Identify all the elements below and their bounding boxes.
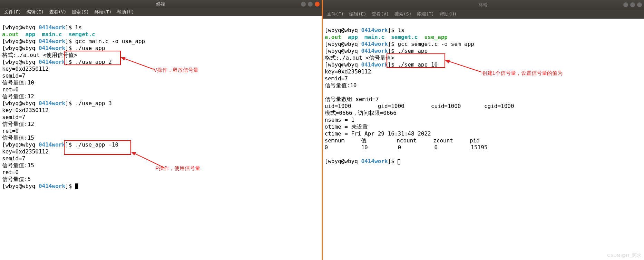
close-button[interactable] bbox=[315, 2, 320, 7]
watermark: CSDN @IT_阿水 bbox=[607, 252, 641, 259]
svg-line-2 bbox=[448, 61, 481, 72]
output: key=0xd2350112 bbox=[2, 107, 49, 113]
menu-terminal[interactable]: 终端(T) bbox=[415, 10, 436, 18]
output: 模式=0666，访问权限=0666 bbox=[325, 110, 397, 116]
output: key=0xd2350112 bbox=[325, 68, 371, 75]
menubar-right: 文件(F) 编辑(E) 查看(V) 搜索(S) 终端(T) 帮助(H) bbox=[323, 10, 644, 19]
ls-app: app bbox=[348, 34, 358, 40]
arrow-v-op bbox=[121, 57, 155, 71]
output: 信号量值:12 bbox=[2, 121, 34, 127]
menu-view[interactable]: 查看(V) bbox=[47, 8, 68, 16]
output: ctime = Fri Apr 29 16:31:48 2022 bbox=[325, 130, 431, 137]
output-usage: 格式:./a.out <使用信号值> bbox=[2, 52, 77, 58]
maximize-button[interactable] bbox=[308, 2, 313, 7]
output: 信号量值:10 bbox=[325, 82, 357, 89]
minimize-button[interactable] bbox=[623, 2, 628, 7]
annotation-create-sem: 创建1个信号量，设置信号量的值为 bbox=[482, 70, 563, 77]
annotation-v-op: V操作，释放信号量 bbox=[154, 67, 198, 73]
prompt: [wbyq@wbyq bbox=[2, 24, 39, 31]
prompt-end: ]$ bbox=[65, 24, 75, 31]
annotation-p-op: P操作，使用信号量 bbox=[155, 165, 200, 172]
menu-edit[interactable]: 编辑(E) bbox=[25, 8, 46, 16]
terminal-window-left: 终端 文件(F) 编辑(E) 查看(V) 搜索(S) 终端(T) 帮助(H) [… bbox=[0, 0, 322, 260]
output: otime = 未设置 bbox=[325, 123, 368, 130]
cmd-gcc: gcc main.c -o use_app bbox=[75, 38, 145, 44]
window-title: 终端 bbox=[156, 1, 165, 7]
ls-semget: semget.c bbox=[391, 34, 418, 40]
cursor bbox=[398, 159, 400, 164]
terminal-window-right: 终端 文件(F) 编辑(E) 查看(V) 搜索(S) 终端(T) 帮助(H) [… bbox=[323, 0, 644, 260]
svg-line-1 bbox=[134, 153, 164, 168]
prompt: [wbyq@wbyq bbox=[325, 27, 361, 33]
output: semid=7 bbox=[325, 75, 348, 82]
output: 信号量数组 semid=7 bbox=[325, 96, 379, 102]
menu-view[interactable]: 查看(V) bbox=[370, 10, 391, 18]
output: uid=1000 gid=1000 cuid=1000 cgid=1000 bbox=[325, 103, 514, 109]
output: 信号量值:5 bbox=[2, 176, 31, 182]
menu-terminal[interactable]: 终端(T) bbox=[92, 8, 114, 16]
close-button[interactable] bbox=[637, 2, 642, 7]
arrow-create-sem bbox=[445, 60, 483, 74]
prompt-dir: 0414work bbox=[39, 24, 65, 31]
ls-useapp: use_app bbox=[425, 34, 448, 40]
cmd-useapp-10: ./use_app -10 bbox=[75, 141, 118, 148]
menu-file[interactable]: 文件(F) bbox=[2, 8, 23, 16]
terminal-body-left[interactable]: [wbyq@wbyq 0414work]$ ls a.out app main.… bbox=[0, 16, 322, 260]
svg-line-0 bbox=[124, 58, 154, 69]
cmd-useapp2: ./use_app 2 bbox=[75, 59, 112, 65]
menu-search[interactable]: 搜索(S) bbox=[70, 8, 91, 16]
output: semid=7 bbox=[2, 114, 25, 120]
output: semid=7 bbox=[2, 72, 25, 79]
cmd-semapp10: ./sem_app 10 bbox=[398, 61, 438, 68]
cmd-useapp: ./use_app bbox=[75, 45, 105, 51]
ls-semget: semget.c bbox=[69, 31, 95, 38]
cmd-ls: ls bbox=[398, 27, 404, 33]
arrow-p-op bbox=[131, 152, 166, 169]
prompt-dir: 0414work bbox=[361, 27, 388, 33]
menu-search[interactable]: 搜索(S) bbox=[392, 10, 413, 18]
output: semnum 值 ncount zcount pid bbox=[325, 137, 480, 144]
cursor bbox=[75, 183, 78, 189]
output-usage: 格式:./a.out <信号量值> bbox=[325, 54, 394, 61]
cmd-gcc: gcc semget.c -o sem_app bbox=[398, 41, 474, 47]
output: ret=0 bbox=[2, 128, 19, 134]
output: key=0xd2350112 bbox=[2, 66, 49, 72]
window-title: 终端 bbox=[479, 2, 488, 8]
output: nsems = 1 bbox=[325, 117, 355, 123]
cmd-useapp3: ./use_app 3 bbox=[75, 100, 112, 107]
output: ret=0 bbox=[2, 169, 19, 176]
cmd-semapp: ./sem_app bbox=[398, 48, 428, 54]
output: 信号量值:12 bbox=[2, 93, 34, 100]
menu-help[interactable]: 帮助(H) bbox=[115, 8, 136, 16]
titlebar-left[interactable]: 终端 bbox=[0, 0, 322, 8]
ls-aout: a.out bbox=[325, 34, 341, 40]
titlebar-right[interactable]: 终端 bbox=[323, 0, 644, 10]
output: 信号量值:10 bbox=[2, 79, 34, 86]
maximize-button[interactable] bbox=[630, 2, 635, 7]
menu-edit[interactable]: 编辑(E) bbox=[347, 10, 368, 18]
menu-file[interactable]: 文件(F) bbox=[325, 10, 346, 18]
prompt-end: ]$ bbox=[388, 27, 398, 33]
ls-app: app bbox=[25, 31, 35, 38]
cmd-ls: ls bbox=[75, 24, 82, 31]
output: 信号量值:15 bbox=[2, 162, 34, 169]
ls-mainc: main.c bbox=[364, 34, 384, 40]
terminal-body-right[interactable]: [wbyq@wbyq 0414work]$ ls a.out app main.… bbox=[323, 19, 644, 260]
output: key=0xd2350112 bbox=[2, 148, 49, 155]
minimize-button[interactable] bbox=[301, 2, 306, 7]
output: 信号量值:15 bbox=[2, 134, 34, 141]
menubar-left: 文件(F) 编辑(E) 查看(V) 搜索(S) 终端(T) 帮助(H) bbox=[0, 8, 322, 16]
output: 0 10 0 0 15195 bbox=[325, 144, 488, 151]
menu-help[interactable]: 帮助(H) bbox=[438, 10, 459, 18]
ls-aout: a.out bbox=[2, 31, 19, 38]
ls-mainc: main.c bbox=[42, 31, 62, 38]
output: semid=7 bbox=[2, 155, 25, 162]
output: ret=0 bbox=[2, 86, 19, 93]
